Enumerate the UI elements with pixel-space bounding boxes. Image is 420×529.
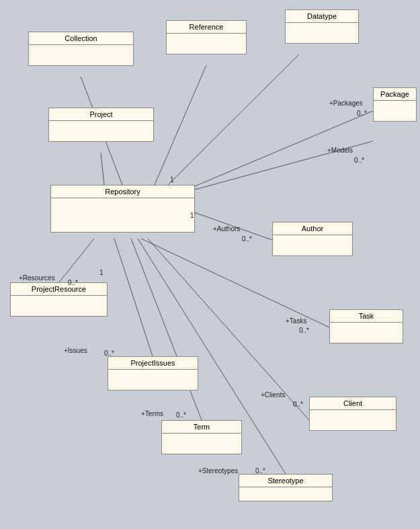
box-repository-body — [51, 198, 194, 232]
box-author-header: Author — [273, 222, 352, 235]
box-term-body — [162, 434, 241, 454]
box-repository-header: Repository — [51, 186, 194, 198]
box-projectresource-header: ProjectResource — [11, 283, 107, 296]
box-datatype-body — [286, 23, 358, 43]
label-1c: 1 — [99, 269, 103, 276]
label-issues: +Issues — [64, 347, 87, 354]
label-1a: 1 — [170, 176, 174, 184]
box-term-header: Term — [162, 421, 241, 434]
svg-line-3 — [101, 153, 104, 185]
label-packages: +Packages — [329, 99, 363, 107]
box-stereotype: Stereotype — [239, 474, 333, 501]
label-authors: +Authors — [213, 225, 240, 233]
box-repository: Repository — [50, 185, 195, 233]
box-term: Term — [161, 420, 242, 454]
box-projectresource: ProjectResource — [10, 282, 108, 317]
label-packages-mult: 0..* — [357, 110, 367, 117]
box-project: Project — [48, 108, 154, 142]
label-tasks: +Tasks — [286, 317, 306, 325]
svg-line-9 — [59, 239, 94, 282]
svg-line-1 — [155, 65, 206, 185]
box-client-header: Client — [310, 397, 396, 410]
box-reference-header: Reference — [167, 21, 246, 34]
box-package-body — [374, 101, 416, 121]
box-stereotype-body — [239, 487, 332, 501]
label-models: +Models — [327, 147, 353, 154]
box-stereotype-header: Stereotype — [239, 475, 332, 487]
box-projectissues-body — [108, 370, 198, 390]
label-terms: +Terms — [141, 410, 163, 417]
box-package-header: Package — [374, 88, 416, 101]
box-task-body — [330, 323, 403, 343]
box-projectissues-header: ProjectIssues — [108, 357, 198, 370]
label-resources-mult: 0..* — [68, 279, 78, 286]
box-collection: Collection — [28, 32, 134, 66]
label-models-mult: 0..* — [354, 157, 364, 164]
box-project-header: Project — [49, 108, 153, 121]
box-projectissues: ProjectIssues — [108, 356, 198, 391]
box-collection-body — [29, 45, 133, 65]
box-datatype: Datatype — [285, 9, 359, 44]
box-project-body — [49, 121, 153, 141]
box-task-header: Task — [330, 310, 403, 323]
box-author-body — [273, 235, 352, 255]
svg-line-2 — [168, 54, 299, 185]
box-client-body — [310, 410, 396, 430]
box-task: Task — [329, 309, 403, 343]
box-projectresource-body — [11, 296, 107, 316]
box-package: Package — [373, 87, 417, 122]
label-clients-mult: 0..* — [293, 401, 303, 408]
label-authors-mult: 0..* — [242, 235, 252, 243]
label-stereotypes-mult: 0..* — [255, 467, 265, 475]
label-issues-mult: 0..* — [104, 350, 114, 357]
label-stereotypes: +Stereotypes — [198, 467, 238, 475]
label-1b: 1 — [190, 212, 194, 219]
label-tasks-mult: 0..* — [299, 327, 309, 334]
box-author: Author — [272, 222, 353, 256]
svg-line-13 — [131, 239, 202, 420]
label-clients: +Clients — [261, 391, 285, 399]
box-collection-header: Collection — [29, 32, 133, 45]
box-reference: Reference — [166, 20, 247, 54]
svg-line-11 — [114, 239, 153, 356]
box-datatype-header: Datatype — [286, 10, 358, 23]
label-terms-mult: 0..* — [176, 411, 186, 419]
label-resources: +Resources — [19, 274, 55, 282]
box-client: Client — [309, 397, 396, 431]
box-reference-body — [167, 34, 246, 54]
